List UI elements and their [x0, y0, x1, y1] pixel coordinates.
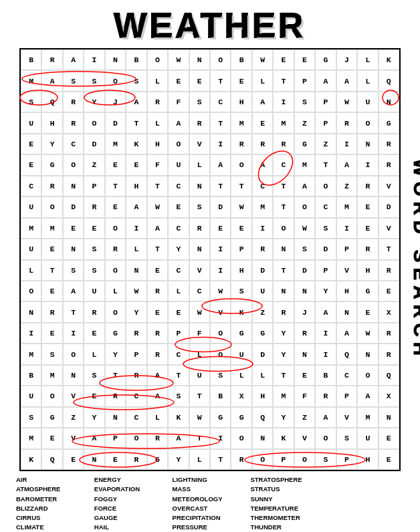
- grid-cell: R: [379, 344, 399, 364]
- grid-cell: E: [379, 428, 399, 448]
- word-item: MASS: [173, 485, 248, 494]
- grid-cell: E: [63, 449, 84, 470]
- grid-cell: A: [63, 281, 84, 301]
- grid-cell: S: [294, 92, 315, 112]
- word-item: PRECIPITATION: [173, 513, 248, 523]
- grid-cell: A: [252, 92, 273, 112]
- grid-cell: P: [315, 260, 336, 281]
- grid-cell: R: [315, 386, 336, 406]
- grid-cell: O: [231, 428, 251, 448]
- grid-cell: S: [63, 260, 84, 281]
- grid-cell: A: [147, 386, 168, 406]
- grid-cell: L: [252, 70, 273, 91]
- grid-cell: T: [147, 176, 168, 196]
- grid-cell: J: [105, 92, 126, 112]
- grid-cell: S: [189, 196, 210, 217]
- grid-cell: E: [84, 218, 104, 239]
- grid-cell: C: [168, 218, 189, 239]
- grid-cell: R: [105, 239, 126, 259]
- grid-cell: O: [41, 196, 62, 217]
- grid-cell: S: [210, 365, 231, 386]
- grid-cell: Q: [379, 365, 399, 386]
- grid-cell: H: [41, 112, 62, 133]
- grid-cell: E: [41, 281, 62, 301]
- side-label: WORD SEARCH: [409, 48, 420, 471]
- grid-cell: R: [41, 301, 62, 322]
- grid-cell: E: [147, 260, 168, 281]
- grid-cell: U: [252, 281, 273, 301]
- grid-cell: O: [357, 112, 378, 133]
- word-search-grid: BRAINBOWNOBWEEGJLKMASSOSLEETELTPAALQSQRY…: [19, 48, 401, 471]
- grid-cell: B: [126, 49, 146, 70]
- grid-cell: X: [379, 386, 399, 406]
- grid-cell: U: [357, 428, 378, 448]
- grid-cell: Y: [84, 407, 104, 428]
- grid-cell: A: [315, 301, 336, 322]
- word-item: FOGGY: [94, 495, 170, 504]
- grid-cell: R: [84, 196, 104, 217]
- grid-cell: W: [294, 218, 315, 239]
- grid-cell: C: [63, 134, 84, 154]
- grid-cell: M: [21, 428, 41, 448]
- grid-cell: C: [210, 92, 231, 112]
- grid-cell: O: [41, 386, 62, 406]
- grid-cell: T: [210, 449, 231, 470]
- grid-cell: R: [336, 112, 357, 133]
- grid-cell: M: [336, 196, 357, 217]
- grid-cell: R: [273, 301, 294, 322]
- word-item: CLIMATE: [16, 523, 92, 532]
- grid-cell: O: [105, 218, 126, 239]
- word-item: CIRRUS: [16, 513, 92, 523]
- grid-cell: G: [105, 323, 126, 344]
- grid-cell: N: [294, 281, 315, 301]
- grid-cell: W: [189, 301, 210, 322]
- grid-cell: C: [126, 386, 146, 406]
- grid-cell: G: [210, 407, 231, 428]
- grid-cell: R: [126, 323, 146, 344]
- grid-cell: F: [294, 386, 315, 406]
- grid-cell: S: [41, 344, 62, 364]
- grid-cell: U: [21, 239, 41, 259]
- grid-cell: Z: [336, 176, 357, 196]
- grid-cell: R: [189, 112, 210, 133]
- grid-cell: P: [315, 112, 336, 133]
- grid-cell: C: [168, 260, 189, 281]
- grid-cell: I: [210, 239, 231, 259]
- grid-cell: Q: [252, 407, 273, 428]
- grid-cell: Z: [315, 134, 336, 154]
- grid-cell: E: [168, 301, 189, 322]
- grid-cell: R: [252, 239, 273, 259]
- grid-cell: E: [210, 218, 231, 239]
- grid-cell: E: [126, 154, 146, 175]
- grid-cell: K: [126, 134, 146, 154]
- grid-cell: V: [294, 428, 315, 448]
- grid-cell: V: [63, 386, 84, 406]
- grid-cell: O: [147, 49, 168, 70]
- grid-cell: V: [210, 301, 231, 322]
- grid-cell: O: [21, 281, 41, 301]
- grid-cell: P: [336, 386, 357, 406]
- grid-cell: E: [294, 49, 315, 70]
- grid-cell: G: [231, 323, 251, 344]
- grid-cell: G: [315, 49, 336, 70]
- grid-cell: H: [126, 176, 146, 196]
- grid-cell: C: [273, 154, 294, 175]
- grid-cell: A: [315, 70, 336, 91]
- grid-cell: W: [189, 407, 210, 428]
- grid-cell: O: [105, 70, 126, 91]
- grid-cell: I: [252, 218, 273, 239]
- grid-cell: J: [336, 49, 357, 70]
- grid-cell: Z: [294, 407, 315, 428]
- grid-cell: D: [84, 134, 104, 154]
- grid-cell: X: [379, 301, 399, 322]
- grid-cell: P: [105, 428, 126, 448]
- grid-cell: R: [84, 301, 104, 322]
- grid-cell: T: [168, 365, 189, 386]
- grid-cell: S: [294, 239, 315, 259]
- grid-cell: R: [147, 323, 168, 344]
- grid-cell: N: [273, 239, 294, 259]
- grid-cell: V: [379, 218, 399, 239]
- grid-cell: Q: [336, 344, 357, 364]
- grid-cell: L: [252, 365, 273, 386]
- grid-cell: T: [210, 112, 231, 133]
